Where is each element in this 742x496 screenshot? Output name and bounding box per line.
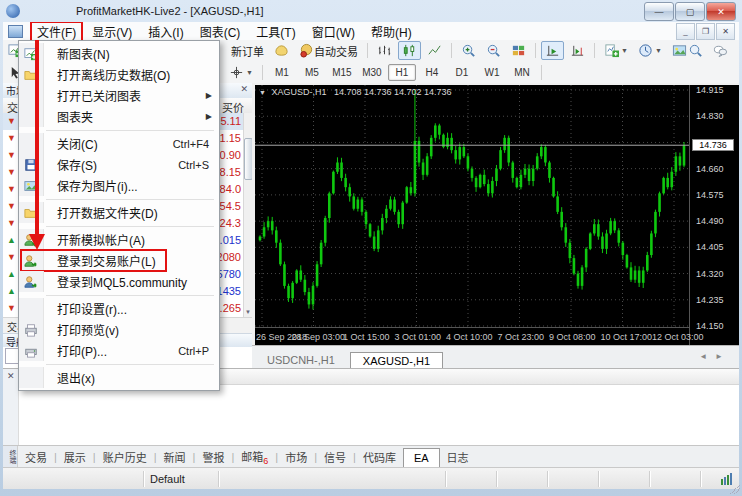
- child-restore-button[interactable]: ❐: [696, 23, 715, 40]
- chart-tab-XAGUSD-,H1[interactable]: XAGUSD-,H1: [350, 352, 443, 369]
- terminal-tab-市场[interactable]: 市场: [278, 447, 314, 467]
- timeframe-MN[interactable]: MN: [508, 64, 536, 81]
- file-menu-item[interactable]: 打印设置(r)...: [19, 298, 219, 319]
- terminal-tab-信号[interactable]: 信号: [317, 447, 353, 467]
- title-bar[interactable]: ProfitMarketHK-Live2 - [XAGUSD-,H1] — ▢ …: [0, 0, 742, 22]
- child-minimize-button[interactable]: _: [676, 23, 695, 40]
- line-chart-button[interactable]: [423, 41, 446, 60]
- status-profile[interactable]: Default: [144, 471, 219, 487]
- file-menu-item[interactable]: 保存(S)Ctrl+S: [19, 154, 219, 175]
- resize-grip[interactable]: [730, 484, 740, 494]
- file-menu-item[interactable]: 登录到MQL5.community: [19, 271, 219, 292]
- child-close-button[interactable]: ✕: [716, 23, 735, 40]
- bid-value: 2080: [217, 249, 241, 266]
- scrollbar-down-icon[interactable]: ▼: [244, 308, 252, 317]
- indicators-button[interactable]: ▼: [600, 41, 632, 60]
- price-down-arrow-icon: ▼: [7, 181, 16, 198]
- autotrading-button[interactable]: 自动交易: [295, 41, 362, 61]
- crosshair-button[interactable]: ▼: [225, 63, 257, 82]
- candlestick-button[interactable]: [398, 41, 421, 60]
- menu-item[interactable]: 文件(F): [29, 22, 84, 41]
- file-menu-item[interactable]: 图表夹▶: [19, 106, 219, 127]
- timeframe-M30[interactable]: M30: [358, 64, 386, 81]
- file-menu-item[interactable]: 打开已关闭图表▶: [19, 85, 219, 106]
- chart-plot-area[interactable]: ▼ XAGUSD-,H1 14.708 14.736 14.702 14.736: [255, 85, 689, 327]
- price-tick-label: 14.660: [696, 164, 724, 174]
- zoom-out-button[interactable]: [482, 41, 505, 60]
- price-axis[interactable]: 14.736 14.91514.83014.74514.66014.57514.…: [689, 85, 739, 345]
- file-menu-item[interactable]: 打开数据文件夹(D): [19, 202, 219, 223]
- file-menu-item[interactable]: 打开离线历史数据(O): [19, 64, 219, 85]
- terminal-close-icon[interactable]: ✕: [7, 371, 15, 381]
- file-menu-item[interactable]: 打印预览(v): [19, 319, 219, 340]
- timeframe-W1[interactable]: W1: [478, 64, 506, 81]
- terminal-dock-label[interactable]: 终端: [3, 446, 18, 468]
- new-order-button[interactable]: 新订单: [227, 41, 268, 61]
- terminal-tab-邮箱[interactable]: 邮箱6: [234, 446, 275, 468]
- bid-value: 54.5: [220, 198, 241, 215]
- menu-item[interactable]: 工具(T): [248, 22, 303, 41]
- window-title: ProfitMarketHK-Live2 - [XAGUSD-,H1]: [76, 5, 264, 17]
- price-down-arrow-icon: ▼: [7, 198, 16, 215]
- expert-advisors-button[interactable]: [270, 41, 293, 60]
- time-tick-label: 28 Sep 03:00: [292, 332, 346, 342]
- terminal-tab-新闻[interactable]: 新闻: [157, 447, 193, 467]
- chat-button[interactable]: [709, 41, 732, 60]
- terminal-tab-EA[interactable]: EA: [403, 448, 440, 467]
- timeframe-M1[interactable]: M1: [268, 64, 296, 81]
- bar-chart-button[interactable]: [373, 41, 396, 60]
- chart-tab-USDCNH-,H1[interactable]: USDCNH-,H1: [254, 351, 348, 369]
- bid-value: 1.15: [220, 130, 241, 147]
- menu-item[interactable]: 帮助(H): [363, 22, 420, 41]
- market-watch-close-icon[interactable]: ✕: [240, 84, 248, 94]
- chart-menu-arrow-icon[interactable]: ▼: [259, 89, 266, 96]
- application-window: ProfitMarketHK-Live2 - [XAGUSD-,H1] — ▢ …: [0, 0, 742, 496]
- file-menu-item[interactable]: 关闭(C)Ctrl+F4: [19, 133, 219, 154]
- terminal-tab-交易[interactable]: 交易: [18, 447, 54, 467]
- chart-tabs-scroll-right-icon[interactable]: ►: [715, 352, 731, 361]
- clock-icon: [638, 43, 653, 58]
- chart-shift-button[interactable]: [566, 41, 589, 60]
- timeframe-H4[interactable]: H4: [418, 64, 446, 81]
- terminal-tab-日志[interactable]: 日志: [440, 447, 476, 467]
- file-menu-item[interactable]: 开新模拟帐户(A): [19, 229, 219, 250]
- periods-button[interactable]: ▼: [634, 41, 666, 60]
- submenu-arrow-icon: ▶: [206, 112, 219, 121]
- tile-windows-button[interactable]: [507, 41, 530, 60]
- terminal-tab-bar: 终端 交易|展示|账户历史|新闻|警报|邮箱6|市场|信号|代码库EA日志: [3, 445, 739, 468]
- file-menu-item[interactable]: 登录到交易账户(L): [19, 250, 219, 271]
- current-price-tag: 14.736: [692, 139, 734, 151]
- menu-item[interactable]: 图表(C): [192, 22, 249, 41]
- close-button[interactable]: ✕: [706, 2, 736, 21]
- minimize-button[interactable]: —: [644, 2, 674, 21]
- chart-window-icon[interactable]: [8, 25, 23, 38]
- menu-item[interactable]: 插入(I): [140, 22, 191, 41]
- candlestick-icon: [402, 43, 417, 58]
- timeframe-H1[interactable]: H1: [388, 64, 416, 81]
- bid-value: 5.11: [220, 113, 241, 130]
- price-down-arrow-icon: ▼: [7, 164, 16, 181]
- search-button[interactable]: [684, 41, 707, 60]
- menu-item[interactable]: 窗口(W): [304, 22, 363, 41]
- maximize-button[interactable]: ▢: [675, 2, 705, 21]
- menu-item[interactable]: 显示(V): [84, 22, 140, 41]
- file-menu-item[interactable]: 打印(P)...Ctrl+P: [19, 340, 219, 361]
- file-menu-item[interactable]: 退出(x): [19, 367, 219, 388]
- timeframe-M15[interactable]: M15: [328, 64, 356, 81]
- chart-symbol-label: XAGUSD-,H1: [271, 87, 326, 97]
- auto-scroll-button[interactable]: [541, 41, 564, 60]
- terminal-tab-展示[interactable]: 展示: [57, 447, 93, 467]
- file-menu-item[interactable]: 保存为图片(i)...: [19, 175, 219, 196]
- chart-tabs-scroll-left-icon[interactable]: ◄: [699, 352, 715, 361]
- time-axis[interactable]: 26 Sep 201828 Sep 03:001 Oct 15:003 Oct …: [255, 327, 689, 346]
- terminal-tab-警报[interactable]: 警报: [195, 447, 231, 467]
- terminal-tab-代码库[interactable]: 代码库: [356, 447, 403, 467]
- menu-icon-gutter: [19, 85, 44, 106]
- file-menu-item[interactable]: 新图表(N): [19, 43, 219, 64]
- timeframe-D1[interactable]: D1: [448, 64, 476, 81]
- market-watch-scrollbar[interactable]: ▼: [243, 113, 252, 317]
- chat-icon: [713, 43, 728, 58]
- timeframe-M5[interactable]: M5: [298, 64, 326, 81]
- terminal-tab-账户历史[interactable]: 账户历史: [96, 447, 154, 467]
- zoom-in-button[interactable]: [457, 41, 480, 60]
